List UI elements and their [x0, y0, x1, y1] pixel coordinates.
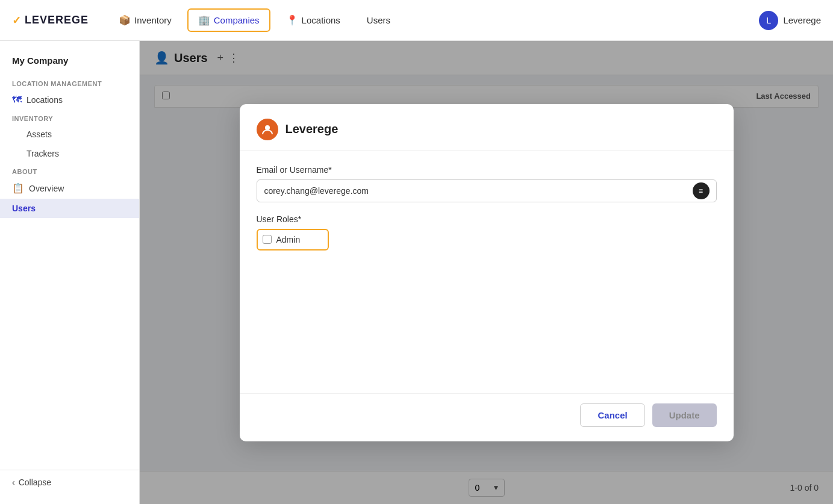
nav-item-inventory[interactable]: 📦 Inventory [108, 8, 183, 32]
sidebar-company: My Company [0, 51, 139, 75]
admin-label: Admin [276, 235, 301, 244]
nav-item-locations[interactable]: 📍 Locations [275, 8, 351, 32]
email-input-wrap: ≡ [257, 179, 717, 202]
modal-title: Leverege [285, 122, 339, 136]
modal-user-icon [257, 119, 278, 140]
sidebar-section-inventory: Inventory [0, 110, 139, 125]
logo[interactable]: ✓ LEVEREGE [12, 14, 89, 27]
top-nav: ✓ LEVEREGE 📦 Inventory 🏢 Companies 📍 Loc… [0, 0, 833, 41]
nav-label-locations: Locations [302, 15, 340, 25]
user-avatar: L [759, 11, 778, 30]
nav-label-inventory: Inventory [134, 15, 172, 25]
sidebar-item-overview[interactable]: 📋 Overview [0, 178, 139, 199]
user-initial: L [767, 16, 772, 25]
email-label: Email or Username* [257, 165, 717, 175]
collapse-label: Collapse [19, 478, 51, 487]
modal-header: Leverege [240, 104, 734, 151]
admin-checkbox[interactable] [263, 235, 272, 244]
layout: My Company Location Management 🗺 Locatio… [0, 41, 833, 504]
role-item-admin: Admin [263, 235, 323, 244]
sidebar-item-trackers[interactable]: Trackers [0, 144, 139, 163]
overview-icon: 📋 [12, 182, 24, 194]
sidebar-collapse-button[interactable]: ‹ Collapse [0, 470, 139, 494]
modal-overlay: Leverege Email or Username* ≡ User Roles… [140, 41, 833, 504]
locations-icon: 📍 [286, 14, 298, 26]
email-input[interactable] [257, 179, 717, 202]
update-button[interactable]: Update [652, 403, 717, 427]
locations-side-icon: 🗺 [12, 95, 22, 105]
cancel-button[interactable]: Cancel [580, 403, 644, 427]
logo-check-icon: ✓ [12, 14, 21, 27]
sidebar-item-assets[interactable]: Assets [0, 125, 139, 144]
sidebar-item-locations[interactable]: 🗺 Locations [0, 90, 139, 110]
sidebar-section-about: About [0, 163, 139, 178]
nav-item-users[interactable]: Users [356, 9, 401, 31]
modal-footer: Cancel Update [240, 393, 734, 441]
sidebar-item-assets-label: Assets [27, 129, 52, 139]
sidebar-item-overview-label: Overview [29, 184, 64, 193]
svg-point-0 [265, 125, 270, 130]
sidebar: My Company Location Management 🗺 Locatio… [0, 41, 140, 504]
collapse-arrow-icon: ‹ [12, 478, 15, 487]
inventory-icon: 📦 [119, 14, 131, 26]
nav-label-users: Users [367, 15, 390, 25]
sidebar-item-users[interactable]: Users [0, 199, 139, 218]
roles-label: User Roles* [257, 214, 717, 224]
modal-body: Email or Username* ≡ User Roles* Admin [240, 151, 734, 393]
email-icon: ≡ [693, 182, 710, 199]
sidebar-section-location-management: Location Management [0, 75, 139, 90]
companies-icon: 🏢 [198, 14, 210, 26]
nav-label-companies: Companies [214, 15, 260, 25]
main-content: 👤 Users + ⋮ Last Accessed [140, 41, 833, 504]
edit-user-modal: Leverege Email or Username* ≡ User Roles… [240, 104, 734, 441]
user-badge[interactable]: L Leverege [759, 11, 821, 30]
sidebar-item-locations-label: Locations [27, 95, 63, 105]
roles-box: Admin [257, 229, 329, 250]
user-name: Leverege [783, 15, 821, 25]
nav-item-companies[interactable]: 🏢 Companies [187, 8, 270, 32]
sidebar-item-trackers-label: Trackers [27, 149, 59, 158]
logo-text: LEVEREGE [25, 14, 89, 26]
sidebar-item-users-label: Users [12, 204, 36, 213]
